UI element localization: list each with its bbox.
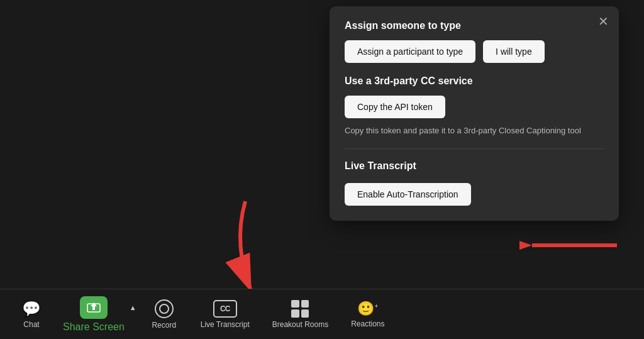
reactions-icon: 🙂+: [357, 301, 378, 317]
breakout-cell-2: [301, 300, 309, 308]
section1-title: Assign someone to type: [345, 20, 604, 31]
assign-button-row: Assign a participant to type I will type: [345, 40, 604, 63]
breakout-cell-3: [291, 309, 299, 318]
toolbar-item-share-screen[interactable]: Share Screen ▲: [57, 286, 139, 340]
chat-label: Chat: [23, 320, 39, 329]
record-icon: [155, 299, 174, 318]
reactions-label: Reactions: [351, 320, 384, 328]
section2-title: Use a 3rd-party CC service: [345, 75, 604, 87]
share-screen-btn[interactable]: Share Screen: [59, 291, 128, 338]
share-screen-icon: [80, 296, 108, 319]
toolbar: 💬 Chat Share Screen ▲ Record CC Live Tra…: [0, 289, 644, 339]
enable-auto-transcription-button[interactable]: Enable Auto-Transcription: [345, 183, 471, 206]
toolbar-item-breakout-rooms[interactable]: Breakout Rooms: [261, 295, 340, 334]
record-inner-circle: [159, 304, 169, 314]
copy-token-helper: Copy this token and paste it to a 3rd-pa…: [345, 125, 604, 137]
toolbar-item-record[interactable]: Record: [139, 294, 189, 335]
section3-title: Live Transcript: [345, 160, 604, 172]
toolbar-item-reactions[interactable]: 🙂+ Reactions: [340, 296, 396, 333]
breakout-cell-1: [291, 300, 299, 308]
closed-caption-popup: ✕ Assign someone to type Assign a partic…: [330, 6, 619, 221]
svg-rect-4: [92, 306, 95, 310]
svg-marker-3: [91, 303, 97, 306]
record-label: Record: [152, 321, 176, 330]
close-button[interactable]: ✕: [598, 15, 609, 28]
breakout-rooms-label: Breakout Rooms: [272, 320, 328, 329]
toolbar-item-chat[interactable]: 💬 Chat: [6, 295, 57, 334]
breakout-rooms-icon: [291, 300, 309, 318]
section-divider: [345, 148, 604, 149]
assign-participant-button[interactable]: Assign a participant to type: [345, 40, 475, 63]
chat-icon: 💬: [22, 300, 41, 318]
live-transcript-label: Live Transcript: [201, 320, 250, 329]
breakout-cell-4: [301, 309, 309, 318]
copy-api-token-button[interactable]: Copy the API token: [345, 96, 445, 118]
share-screen-chevron-icon[interactable]: ▲: [130, 304, 136, 311]
i-will-type-button[interactable]: I will type: [483, 40, 545, 63]
toolbar-item-live-transcript[interactable]: CC Live Transcript: [189, 295, 261, 334]
live-transcript-icon: CC: [213, 300, 237, 318]
share-screen-label: Share Screen: [63, 321, 125, 333]
